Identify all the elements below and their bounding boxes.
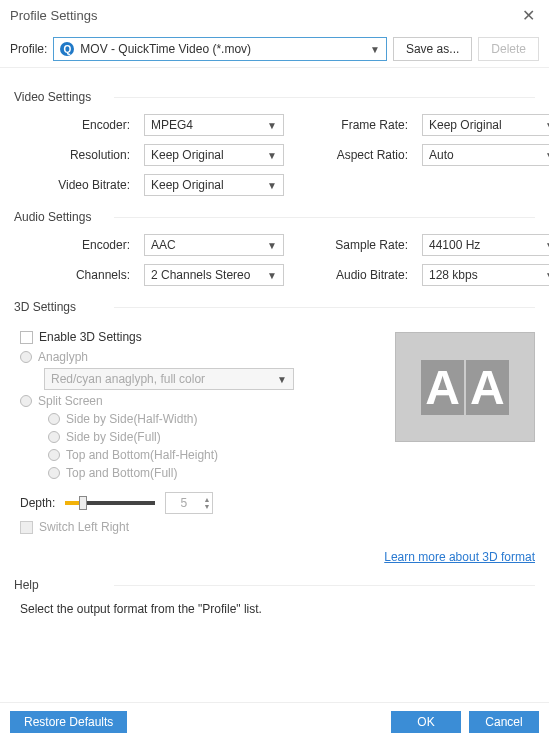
ok-button[interactable]: OK — [391, 711, 461, 733]
frame-rate-label: Frame Rate: — [298, 118, 408, 132]
channels-label: Channels: — [20, 268, 130, 282]
chevron-down-icon: ▼ — [267, 270, 277, 281]
quicktime-icon: Q — [60, 42, 74, 56]
enable-3d-checkbox[interactable]: Enable 3D Settings — [20, 330, 375, 344]
profile-value: MOV - QuickTime Video (*.mov) — [80, 42, 370, 56]
chevron-down-icon: ▼ — [267, 240, 277, 251]
chevron-down-icon: ▼ — [545, 240, 549, 251]
chevron-down-icon: ▼ — [267, 150, 277, 161]
frame-rate-select[interactable]: Keep Original▼ — [422, 114, 549, 136]
top-bottom-half-radio: Top and Bottom(Half-Height) — [48, 448, 375, 462]
chevron-down-icon: ▼ — [545, 150, 549, 161]
depth-label: Depth: — [20, 496, 55, 510]
switch-left-right-checkbox: Switch Left Right — [20, 520, 535, 534]
audio-bitrate-label: Audio Bitrate: — [298, 268, 408, 282]
audio-encoder-select[interactable]: AAC▼ — [144, 234, 284, 256]
chevron-down-icon: ▼ — [277, 374, 287, 385]
chevron-down-icon: ▼ — [370, 44, 380, 55]
chevron-down-icon: ▼ — [267, 120, 277, 131]
anaglyph-mode-select: Red/cyan anaglyph, full color▼ — [44, 368, 294, 390]
audio-bitrate-select[interactable]: 128 kbps▼ — [422, 264, 549, 286]
chevron-down-icon: ▼ — [203, 503, 210, 510]
chevron-up-icon: ▲ — [203, 496, 210, 503]
video-encoder-label: Encoder: — [20, 118, 130, 132]
depth-slider — [65, 501, 155, 505]
depth-spinner: 5 ▲▼ — [165, 492, 213, 514]
restore-defaults-button[interactable]: Restore Defaults — [10, 711, 127, 733]
channels-select[interactable]: 2 Channels Stereo▼ — [144, 264, 284, 286]
video-settings-heading: Video Settings — [14, 90, 535, 104]
profile-label: Profile: — [10, 42, 47, 56]
top-bottom-full-radio: Top and Bottom(Full) — [48, 466, 375, 480]
learn-more-link[interactable]: Learn more about 3D format — [14, 550, 535, 564]
cancel-button[interactable]: Cancel — [469, 711, 539, 733]
audio-settings-heading: Audio Settings — [14, 210, 535, 224]
resolution-label: Resolution: — [20, 148, 130, 162]
audio-encoder-label: Encoder: — [20, 238, 130, 252]
sample-rate-label: Sample Rate: — [298, 238, 408, 252]
dialog-title: Profile Settings — [10, 8, 97, 23]
help-heading: Help — [14, 578, 535, 592]
resolution-select[interactable]: Keep Original▼ — [144, 144, 284, 166]
chevron-down-icon: ▼ — [267, 180, 277, 191]
sample-rate-select[interactable]: 44100 Hz▼ — [422, 234, 549, 256]
video-bitrate-label: Video Bitrate: — [20, 178, 130, 192]
split-screen-radio: Split Screen — [20, 394, 375, 408]
save-as-button[interactable]: Save as... — [393, 37, 472, 61]
chevron-down-icon: ▼ — [545, 120, 549, 131]
anaglyph-radio: Anaglyph — [20, 350, 375, 364]
side-by-side-half-radio: Side by Side(Half-Width) — [48, 412, 375, 426]
aspect-ratio-select[interactable]: Auto▼ — [422, 144, 549, 166]
profile-select[interactable]: Q MOV - QuickTime Video (*.mov) ▼ — [53, 37, 387, 61]
video-bitrate-select[interactable]: Keep Original▼ — [144, 174, 284, 196]
aspect-ratio-label: Aspect Ratio: — [298, 148, 408, 162]
video-encoder-select[interactable]: MPEG4▼ — [144, 114, 284, 136]
delete-button: Delete — [478, 37, 539, 61]
help-text: Select the output format from the "Profi… — [20, 602, 535, 616]
3d-preview: AA — [395, 332, 535, 442]
3d-settings-heading: 3D Settings — [14, 300, 535, 314]
side-by-side-full-radio: Side by Side(Full) — [48, 430, 375, 444]
close-icon[interactable]: ✕ — [518, 6, 539, 25]
chevron-down-icon: ▼ — [545, 270, 549, 281]
